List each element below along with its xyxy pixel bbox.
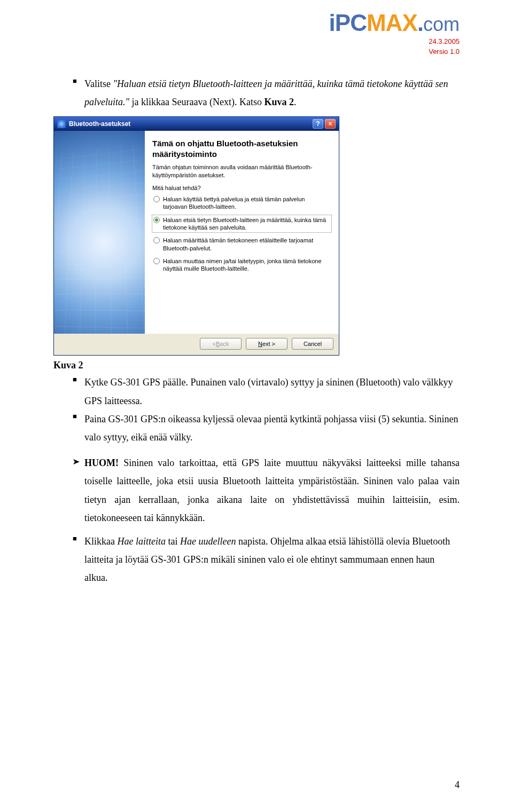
- doc-date: 24.3.2005: [329, 37, 460, 46]
- dialog-question: Mitä haluat tehdä?: [152, 185, 331, 191]
- back-rest: ack: [220, 341, 229, 347]
- intro-text-pre: Valitse: [84, 78, 113, 89]
- b3-pre: Klikkaa: [84, 536, 117, 547]
- next-u: N: [258, 341, 262, 347]
- radio-option-2[interactable]: Haluan etsiä tietyn Bluetooth-laitteen j…: [152, 215, 331, 233]
- radio-option-3[interactable]: Haluan määrittää tämän tietokoneen etäla…: [152, 235, 331, 253]
- dialog-close-button[interactable]: ×: [325, 119, 336, 129]
- page-number: 4: [455, 779, 460, 791]
- dialog-side-image: [54, 131, 145, 334]
- after-list-2: Klikkaa Hae laitteita tai Hae uudelleen …: [73, 532, 460, 587]
- after-bullet-1: Kytke GS-301 GPS päälle. Punainen valo (…: [73, 373, 460, 409]
- dialog-title-text: Bluetooth-asetukset: [69, 120, 130, 128]
- after-list: Kytke GS-301 GPS päälle. Punainen valo (…: [73, 373, 460, 446]
- next-rest: ext >: [262, 341, 275, 347]
- radio-label-3: Haluan määrittää tämän tietokoneen etäla…: [163, 236, 330, 252]
- note-text: Sininen valo tarkoittaa, että GPS laite …: [84, 458, 460, 523]
- back-u: B: [216, 341, 220, 347]
- note-label: HUOM!: [84, 458, 119, 468]
- dialog-heading: Tämä on ohjattu Bluetooth-asetuksien mää…: [152, 138, 331, 159]
- radio-icon: [153, 258, 160, 264]
- intro-text-post: ja klikkaa Seuraava (Next). Katso: [129, 97, 264, 107]
- page-content: Valitse "Haluan etsiä tietyn Bluetooth-l…: [53, 0, 460, 587]
- b3-mid: tai: [166, 536, 180, 547]
- intro-ref: Kuva 2: [264, 97, 294, 107]
- after-bullet-2: Paina GS-301 GPS:n oikeassa kyljessä ole…: [73, 410, 460, 446]
- figure-caption: Kuva 2: [53, 360, 460, 371]
- next-button[interactable]: Next >: [246, 338, 287, 350]
- radio-label-1: Haluan käyttää tiettyä palvelua ja etsiä…: [163, 195, 330, 211]
- intro-list: Valitse "Haluan etsiä tietyn Bluetooth-l…: [73, 75, 460, 111]
- logo-part-com: com: [423, 13, 460, 35]
- dialog-titlebar: Bluetooth-asetukset ? ×: [54, 117, 339, 131]
- radio-icon: [153, 237, 160, 243]
- bluetooth-dialog: Bluetooth-asetukset ? × Tämä on ohjattu …: [53, 116, 339, 356]
- intro-text-end: .: [294, 97, 297, 107]
- dialog-description: Tämän ohjatun toiminnon avulla voidaan m…: [152, 163, 331, 179]
- logo-part-max: MAX: [367, 10, 417, 36]
- radio-option-1[interactable]: Haluan käyttää tiettyä palvelua ja etsiä…: [152, 194, 331, 212]
- dialog-footer: < Back Next > Cancel: [54, 334, 339, 355]
- radio-option-4[interactable]: Haluan muuttaa nimen ja/tai laitetyypin,…: [152, 256, 331, 274]
- note-item: HUOM! Sininen valo tarkoittaa, että GPS …: [53, 454, 460, 527]
- logo-part-dot: .: [417, 10, 423, 36]
- after-bullet-3: Klikkaa Hae laitteita tai Hae uudelleen …: [73, 532, 460, 587]
- cancel-button[interactable]: Cancel: [292, 338, 333, 350]
- dialog-main: Tämä on ohjattu Bluetooth-asetuksien mää…: [145, 131, 339, 334]
- page-header: iPCMAX.com 24.3.2005 Versio 1.0: [329, 10, 460, 57]
- b3-i1: Hae laitteita: [117, 536, 165, 547]
- radio-label-4: Haluan muuttaa nimen ja/tai laitetyypin,…: [163, 257, 330, 273]
- bluetooth-icon: [57, 120, 66, 128]
- radio-label-2: Haluan etsiä tietyn Bluetooth-laitteen j…: [163, 216, 330, 232]
- back-button[interactable]: < Back: [200, 338, 242, 350]
- doc-version: Versio 1.0: [329, 48, 460, 57]
- radio-icon: [153, 196, 160, 202]
- logo-part-ipc: iPC: [329, 10, 367, 36]
- dialog-body: Tämä on ohjattu Bluetooth-asetuksien mää…: [54, 131, 339, 334]
- site-logo: iPCMAX.com: [329, 10, 460, 36]
- intro-bullet-1: Valitse "Haluan etsiä tietyn Bluetooth-l…: [73, 75, 460, 111]
- b3-i2: Hae uudelleen: [180, 536, 236, 547]
- dialog-help-button[interactable]: ?: [313, 119, 323, 129]
- radio-icon: [153, 217, 160, 223]
